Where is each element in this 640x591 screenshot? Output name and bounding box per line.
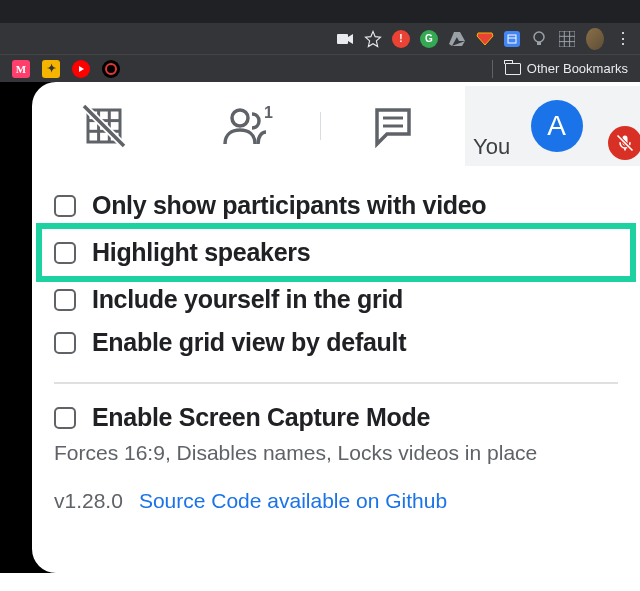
bookmarks-bar: M ✦ Other Bookmarks — [0, 54, 640, 82]
mic-muted-icon[interactable] — [608, 126, 640, 160]
browser-toolbar: ! G ⋮ — [0, 23, 640, 54]
checkbox[interactable] — [54, 332, 76, 354]
svg-point-17 — [232, 110, 248, 126]
bookmark-myntra-icon[interactable]: M — [12, 60, 30, 78]
option-label: Include yourself in the grid — [92, 285, 403, 314]
bookmark-youtube-icon[interactable] — [72, 60, 90, 78]
star-icon[interactable] — [364, 30, 382, 48]
self-label: You — [473, 134, 510, 160]
svg-text:1: 1 — [264, 106, 273, 121]
option-screen-capture[interactable]: Enable Screen Capture Mode — [54, 396, 618, 439]
avatar-letter: A — [547, 110, 566, 142]
tab-people[interactable]: 1 — [176, 86, 320, 166]
checkbox[interactable] — [54, 407, 76, 429]
option-label: Only show participants with video — [92, 191, 486, 220]
bookmarks-divider — [492, 60, 493, 78]
extension-icon-4[interactable] — [504, 31, 520, 47]
options-list: Only show participants with video Highli… — [32, 166, 640, 513]
other-bookmarks-label: Other Bookmarks — [527, 61, 628, 76]
bookmark-icon-2[interactable]: ✦ — [42, 60, 60, 78]
browser-tab-area — [0, 0, 640, 23]
camera-icon[interactable] — [336, 30, 354, 48]
tab-chat[interactable] — [321, 86, 465, 166]
extension-icon-grammarly[interactable]: G — [420, 30, 438, 48]
tabs-row: 1 A You — [32, 86, 640, 166]
svg-rect-5 — [559, 31, 575, 47]
extension-icon-bulb[interactable] — [530, 30, 548, 48]
footer: v1.28.0 Source Code available on Github — [54, 465, 618, 513]
svg-rect-0 — [337, 34, 348, 44]
svg-rect-1 — [508, 35, 516, 43]
profile-avatar-icon[interactable] — [586, 30, 604, 48]
self-avatar: A — [531, 100, 583, 152]
svg-rect-4 — [537, 42, 541, 45]
main-area: 1 A You — [0, 82, 640, 573]
left-margin — [0, 82, 32, 573]
highlight-annotation: Highlight speakers — [36, 223, 636, 282]
svg-point-3 — [534, 32, 544, 42]
option-label: Highlight speakers — [92, 238, 310, 267]
option-highlight-speakers[interactable]: Highlight speakers — [54, 231, 618, 274]
checkbox[interactable] — [54, 289, 76, 311]
settings-panel: 1 A You — [32, 82, 640, 573]
extension-icon-1[interactable]: ! — [392, 30, 410, 48]
source-code-link[interactable]: Source Code available on Github — [139, 489, 447, 513]
divider — [54, 382, 618, 384]
extension-icon-drive[interactable] — [448, 30, 466, 48]
screen-capture-description: Forces 16:9, Disables names, Locks video… — [54, 439, 618, 465]
folder-icon — [505, 63, 521, 75]
checkbox[interactable] — [54, 242, 76, 264]
checkbox[interactable] — [54, 195, 76, 217]
option-only-video[interactable]: Only show participants with video — [54, 184, 618, 227]
other-bookmarks-button[interactable]: Other Bookmarks — [505, 61, 628, 76]
tab-grid-off[interactable] — [32, 86, 176, 166]
more-icon[interactable]: ⋮ — [614, 30, 632, 48]
option-include-yourself[interactable]: Include yourself in the grid — [54, 278, 618, 321]
extension-icon-grid[interactable] — [558, 30, 576, 48]
svg-line-16 — [84, 106, 124, 146]
option-enable-default[interactable]: Enable grid view by default — [54, 321, 618, 364]
version-label: v1.28.0 — [54, 489, 123, 513]
extension-icon-superman[interactable] — [476, 30, 494, 48]
option-label: Enable grid view by default — [92, 328, 406, 357]
bookmark-icon-4[interactable] — [102, 60, 120, 78]
self-video-tile[interactable]: A You — [465, 86, 640, 166]
option-label: Enable Screen Capture Mode — [92, 403, 430, 432]
